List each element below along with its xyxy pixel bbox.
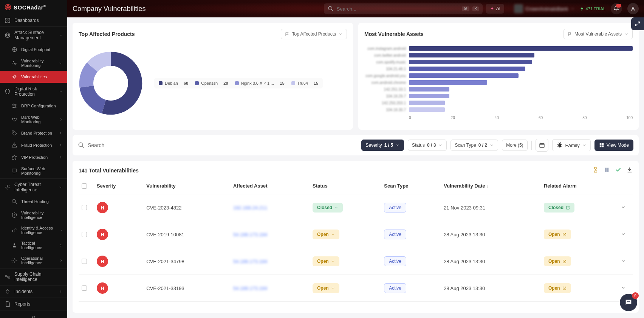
filter-severity[interactable]: Severity 1 / 5 <box>361 140 404 151</box>
alarm-chip[interactable]: Open <box>544 230 571 239</box>
alarm-chip[interactable]: Open <box>544 256 571 266</box>
filter-status[interactable]: Status 0 / 3 <box>408 140 447 151</box>
bar-row: com.instagram.android <box>364 46 633 51</box>
nav-vulnerabilities[interactable]: Vulnerabilities <box>0 71 67 83</box>
nav-label: Incidents <box>14 289 33 294</box>
nav-dark-web[interactable]: Dark Web Monitoring <box>0 112 67 127</box>
select-all-checkbox[interactable] <box>82 183 87 189</box>
filter-scan-type[interactable]: Scan Type 0 / 2 <box>450 140 498 151</box>
col-vuln[interactable]: Vulnerability <box>143 178 230 194</box>
nav-incidents[interactable]: Incidents <box>0 285 67 298</box>
nav-operational[interactable]: Operational Intelligence <box>0 253 67 268</box>
alarm-chip[interactable]: Closed <box>544 203 574 213</box>
most-vuln-selector[interactable]: Most Vulnerable Assets <box>564 29 633 39</box>
row-expand[interactable] <box>618 221 633 248</box>
brand-logo[interactable]: SOCRadar® <box>0 0 67 14</box>
col-severity[interactable]: Severity <box>94 178 143 194</box>
swatch <box>159 81 163 85</box>
family-filter[interactable]: Family <box>552 139 591 151</box>
top-products-selector[interactable]: Top Affected Products <box>281 29 347 39</box>
row-expand[interactable] <box>618 248 633 275</box>
status-chip[interactable]: Closed <box>313 203 343 213</box>
bar-row: com.twitter.android <box>364 53 633 57</box>
legend-item[interactable]: Tru64 15 <box>291 81 319 85</box>
date-filter-button[interactable] <box>536 139 548 152</box>
legend-item[interactable]: Openssh 20 <box>195 81 228 85</box>
cve-cell[interactable]: CVE-2019-10081 <box>143 221 230 248</box>
nav-drp-config[interactable]: DRP Configuration <box>0 100 67 112</box>
col-status[interactable]: Status <box>310 178 381 194</box>
col-scan[interactable]: Scan Type <box>381 178 441 194</box>
col-asset[interactable]: Affected Asset <box>230 178 310 194</box>
nav-asm[interactable]: Attack Surface Management <box>0 27 67 43</box>
sidebar-collapse[interactable] <box>0 310 67 318</box>
view-mode-button[interactable]: View Mode <box>594 140 633 151</box>
tenant-selector[interactable]: CrownAnimalsBank <box>514 4 574 13</box>
row-checkbox[interactable] <box>82 232 87 237</box>
cve-cell[interactable]: CVE-2021-34798 <box>143 248 230 275</box>
check-icon <box>615 167 621 173</box>
nav-threat-hunting[interactable]: Threat Hunting <box>0 195 67 208</box>
filter-label: Severity <box>365 143 382 148</box>
view-label: View Mode <box>607 143 629 148</box>
ai-button[interactable]: AI <box>486 4 504 14</box>
nav-vuln-intel[interactable]: Vulnerability Intelligence <box>0 208 67 223</box>
global-search-input[interactable] <box>337 6 459 12</box>
table-row: H CVE-2021-34798 54.188.173.184 Open Act… <box>79 248 633 275</box>
row-checkbox[interactable] <box>82 205 87 210</box>
asset-cell[interactable]: 54.188.173.184 <box>233 285 267 291</box>
table-search-input[interactable] <box>88 142 358 148</box>
nav-supply-chain[interactable]: Supply Chain Intelligence <box>0 268 67 285</box>
nav-fraud[interactable]: Fraud Protection <box>0 139 67 151</box>
filter-more[interactable]: More (5) <box>502 140 527 151</box>
legend-value: 20 <box>223 81 228 85</box>
nav-dashboards[interactable]: Dashboards <box>0 14 67 26</box>
action-download[interactable] <box>627 167 633 174</box>
svg-rect-3 <box>5 18 7 20</box>
nav-tactical[interactable]: Tactical Intelligence <box>0 238 67 253</box>
status-chip[interactable]: Open <box>313 283 339 293</box>
col-alarm[interactable]: Related Alarm <box>541 178 618 194</box>
nav-digital-footprint[interactable]: Digital Footprint <box>0 43 67 56</box>
notifications-button[interactable] <box>611 3 622 14</box>
user-avatar[interactable] <box>627 3 639 14</box>
asset-cell[interactable]: 192.168.24.211 <box>233 205 267 211</box>
row-expand[interactable] <box>618 194 633 221</box>
alarm-chip[interactable]: Open <box>544 283 571 293</box>
svg-point-10 <box>13 76 15 78</box>
nav-identity[interactable]: Identity & Access Intelligence <box>0 223 67 238</box>
action-check[interactable] <box>615 167 621 174</box>
asset-cell[interactable]: 54.188.173.184 <box>233 232 267 237</box>
chat-fab[interactable]: 9 <box>620 294 637 311</box>
nav-surface-web[interactable]: Surface Web Monitoring <box>0 163 67 178</box>
svg-point-50 <box>627 301 628 302</box>
expand-panel-button[interactable] <box>631 17 644 30</box>
asset-cell[interactable]: 54.188.173.184 <box>233 259 267 264</box>
legend-item[interactable]: Debian 60 <box>159 81 188 85</box>
action-pause[interactable] <box>604 167 610 174</box>
date-cell: 28 Aug 2023 13:30 <box>441 275 541 302</box>
chevron-down-icon <box>621 205 626 210</box>
nav-cti[interactable]: Cyber Threat Intelligence <box>0 179 67 195</box>
top-products-card: Top Affected Products Top Affected Produ… <box>73 23 353 130</box>
bar-label: com.instagram.android <box>364 47 406 51</box>
nav-reports[interactable]: Reports <box>0 298 67 310</box>
trial-badge[interactable]: 471 TRIAL <box>580 6 605 11</box>
chevron-right-icon <box>58 289 63 294</box>
table-search[interactable] <box>78 142 358 149</box>
status-chip[interactable]: Open <box>313 230 339 239</box>
nav-brand[interactable]: Brand Protection <box>0 127 67 139</box>
cve-cell[interactable]: CVE-2021-33193 <box>143 275 230 302</box>
global-search[interactable]: ⌘ K <box>324 3 483 14</box>
cve-cell[interactable]: CVE-2023-4822 <box>143 194 230 221</box>
nav-vip[interactable]: VIP Protection <box>0 151 67 163</box>
table-row: H CVE-2019-10081 54.188.173.184 Open Act… <box>79 221 633 248</box>
status-chip[interactable]: Open <box>313 256 339 266</box>
col-date[interactable]: Vulnerability Date↓ <box>441 178 541 194</box>
nav-drp[interactable]: Digital Risk Protection <box>0 83 67 100</box>
action-hourglass[interactable] <box>593 167 599 174</box>
nav-vuln-monitoring[interactable]: Vulnerability Monitoring <box>0 56 67 71</box>
legend-item[interactable]: Nginx 0.6.X < 1.... 15 <box>235 81 285 85</box>
row-checkbox[interactable] <box>82 285 87 291</box>
row-checkbox[interactable] <box>82 259 87 264</box>
